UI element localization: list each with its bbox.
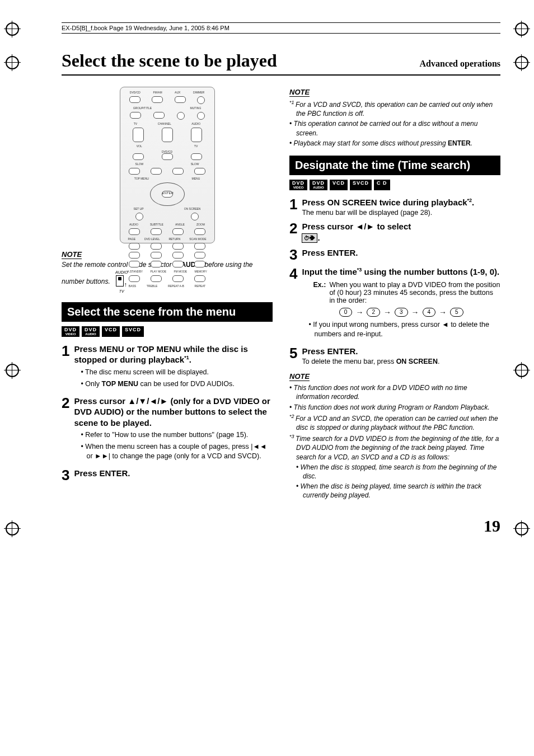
step-number: 2 (62, 396, 69, 410)
note-item: • This function does not work during Pro… (289, 403, 500, 412)
badge-dvd-audio: DVDAUDIO (310, 180, 327, 190)
step-title: Press ENTER. (302, 247, 500, 259)
badge-cd: C D (374, 180, 390, 190)
note-item: *2 For a VCD and an SVCD, the operation … (289, 413, 500, 432)
remote-control-illustration: DVD/CDFM/AMAUXDIMMER GROUP/TITLEMUTING T… (120, 87, 215, 243)
num-button-icon: 2 (367, 308, 380, 317)
badge-dvd-video: DVDVIDEO (62, 326, 79, 337)
step-title: Input the time*3 using the number button… (302, 266, 500, 278)
step-title: Press cursor ◄/► to select ⏱➔. (302, 221, 500, 243)
note-item: *1 For a VCD and SVCD, this operation ca… (289, 99, 500, 118)
left-step-3: 3 Press ENTER. (62, 468, 273, 482)
step-title: Press cursor ▲/▼/◄/► (only for a DVD VID… (74, 396, 273, 429)
note-item: • Playback may start for some discs with… (289, 139, 500, 148)
page-title: Select the scene to be played (62, 50, 277, 71)
note-subitem: • When the disc is stopped, time search … (296, 463, 500, 481)
num-button-icon: 3 (395, 308, 408, 317)
step-number: 1 (62, 344, 69, 358)
bullet: • The disc menu screen will be displayed… (81, 368, 273, 377)
step-title: Press ENTER. (74, 468, 273, 479)
title-row: Select the scene to be played Advanced o… (62, 50, 500, 76)
note-label: NOTE (289, 372, 310, 381)
step-number: 4 (289, 266, 297, 281)
page-number: 19 (62, 516, 500, 536)
right-step-1: 1 Press ON SCREEN twice during playback*… (289, 197, 500, 217)
right-column: NOTE *1 For a VCD and SVCD, this operati… (289, 87, 500, 505)
section-header-time-search: Designate the time (Time search) (289, 156, 500, 175)
badge-svcd: SVCD (122, 326, 144, 337)
note-label: NOTE (62, 250, 82, 259)
step-title: Press MENU or TOP MENU while the disc is… (74, 344, 273, 365)
note-block-bottom-right: NOTE • This function does not work for a… (289, 371, 500, 500)
clock-arrow-icon: ⏱➔ (302, 233, 317, 243)
section-header-select-scene: Select the scene from the menu (62, 302, 273, 322)
left-step-1: 1 Press MENU or TOP MENU while the disc … (62, 344, 273, 391)
number-sequence: 0→ 2→ 3→ 4→ 5 (302, 308, 500, 317)
badge-svcd: SVCD (350, 180, 372, 190)
right-step-2: 2 Press cursor ◄/► to select ⏱➔. (289, 221, 500, 243)
step-number: 5 (289, 346, 297, 360)
right-step-5: 5 Press ENTER. To delete the menu bar, p… (289, 346, 500, 366)
right-step-3: 3 Press ENTER. (289, 247, 500, 262)
badge-dvd-audio: DVDAUDIO (82, 326, 100, 337)
example-label: Ex.: (313, 281, 326, 304)
badge-dvd-video: DVDVIDEO (289, 180, 307, 190)
step-number: 3 (62, 468, 69, 482)
note-subitem: • When the disc is being played, time se… (296, 482, 500, 500)
note-block-top-right: NOTE *1 For a VCD and SVCD, this operati… (289, 87, 500, 148)
num-button-icon: 4 (423, 308, 436, 317)
step-subtext: To delete the menu bar, press ON SCREEN. (302, 358, 500, 365)
bullet: • When the menu screen has a couple of p… (81, 442, 273, 461)
note-item: • This operation cannot be carried out f… (289, 119, 500, 137)
format-badges-left: DVDVIDEO DVDAUDIO VCD SVCD (62, 326, 273, 337)
bullet: • Only TOP MENU can be used for DVD AUDI… (81, 379, 273, 389)
page-subtitle: Advanced operations (420, 59, 500, 69)
step-subtext: The menu bar will be displayed (page 28)… (302, 209, 500, 217)
num-button-icon: 0 (339, 308, 353, 317)
example-text: When you want to play a DVD VIDEO from t… (329, 281, 500, 304)
step-number: 1 (289, 197, 297, 212)
bullet: • Refer to "How to use the number button… (81, 430, 273, 440)
note-item: *3 Time search for a DVD VIDEO is from t… (289, 433, 500, 462)
badge-vcd: VCD (102, 326, 120, 337)
left-step-2: 2 Press cursor ▲/▼/◄/► (only for a DVD V… (62, 396, 273, 463)
format-badges-right: DVDVIDEO DVDAUDIO VCD SVCD C D (289, 180, 500, 190)
right-step-4: 4 Input the time*3 using the number butt… (289, 266, 500, 341)
num-button-icon: 5 (450, 308, 463, 317)
step-title: Press ENTER. (302, 346, 500, 357)
step-number: 3 (289, 247, 297, 262)
step-title: Press ON SCREEN twice during playback*2. (302, 197, 500, 208)
badge-vcd: VCD (330, 180, 348, 190)
framemaker-header: EX-D5[B]_f.book Page 19 Wednesday, June … (62, 22, 500, 34)
note-item: • This function does not work for a DVD … (289, 383, 500, 401)
left-column: DVD/CDFM/AMAUXDIMMER GROUP/TITLEMUTING T… (62, 87, 273, 505)
note-label: NOTE (289, 88, 310, 97)
bullet: • If you input wrong numbers, press curs… (308, 320, 500, 339)
step-number: 2 (289, 221, 297, 236)
